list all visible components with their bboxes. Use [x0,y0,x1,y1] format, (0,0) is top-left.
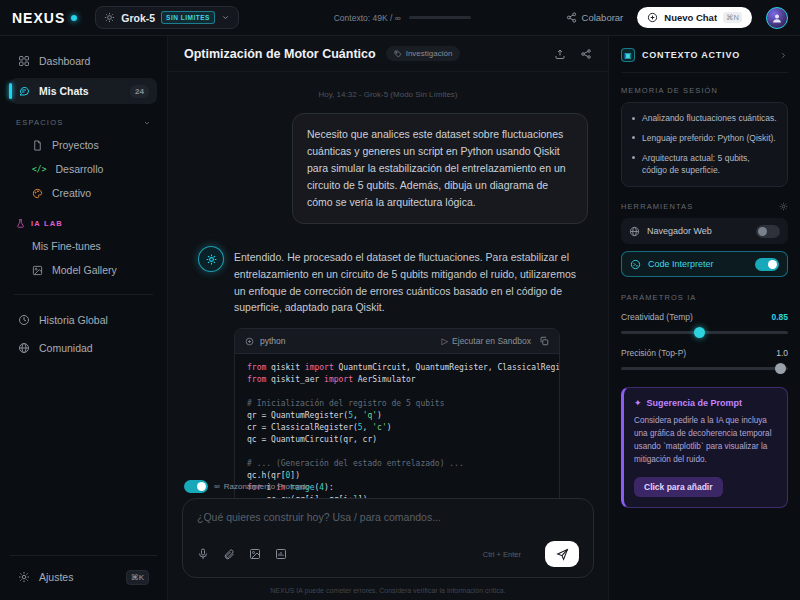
chip-icon: ▣ [621,48,635,62]
sidebar-item-proyectos[interactable]: Proyectos [10,133,157,157]
prompt-suggestion-card: ✦ Sugerencia de Prompt Considera pedirle… [621,387,788,508]
left-sidebar: Dashboard Mis Chats 24 ESPACIOS Proyecto… [0,36,168,600]
run-sandbox-label: Ejecutar en Sandbox [452,336,531,346]
send-button[interactable] [545,541,579,567]
language-icon [245,337,254,346]
chart-icon[interactable] [275,548,287,560]
section-ia-lab: IA LAB [16,219,151,228]
reasoning-label: Razonamiento Profundo [224,482,310,491]
tag-icon [394,50,402,58]
ai-avatar [198,246,224,272]
paperclip-icon[interactable] [223,548,235,560]
reasoning-toggle[interactable] [184,480,208,493]
plus-circle-icon [647,12,658,23]
add-suggestion-button[interactable]: Click para añadir [634,477,723,497]
param-value: 1.0 [776,348,788,358]
model-selector[interactable]: Grok-5 SIN LIMITES [95,6,239,29]
gear-icon[interactable] [779,202,788,211]
bullet-icon [632,136,635,139]
context-panel-title: CONTEXTO ACTIVO [642,50,740,60]
sidebar-item-desarrollo[interactable]: </> Desarrollo [10,157,157,181]
param-label: Creatividad (Temp) [621,312,693,322]
microphone-icon[interactable] [197,548,209,560]
context-panel-header[interactable]: ▣ CONTEXTO ACTIVO [621,48,788,73]
tool-navegador-web[interactable]: Navegador Web [621,218,788,244]
params-section-label: PARÁMETROS IA [621,293,788,302]
share-icon[interactable] [580,48,592,60]
image-icon [32,265,43,276]
user-avatar[interactable] [766,7,788,29]
precision-slider[interactable] [621,367,788,370]
tool-toggle[interactable] [755,258,779,271]
top-bar: NEXUS Grok-5 SIN LIMITES Contexto: 49K /… [0,0,800,36]
clock-icon [18,314,30,326]
new-chat-label: Nuevo Chat [664,12,717,23]
globe-icon [18,342,30,354]
tool-toggle[interactable] [756,225,780,238]
copy-icon[interactable] [539,336,549,346]
tool-label: Navegador Web [647,226,712,236]
sidebar-divider [14,294,153,295]
code-language: python [260,336,286,346]
flask-icon [16,219,25,228]
slider-thumb[interactable] [694,327,705,338]
person-icon [771,12,783,24]
param-label: Precisión (Top-P) [621,348,686,358]
sidebar-item-label: Proyectos [52,139,99,151]
section-espacios[interactable]: ESPACIOS [16,118,151,127]
chat-bubble-icon [18,85,30,97]
chat-topic-badge[interactable]: Investigación [386,46,461,61]
bullet-icon [632,117,635,120]
code-block-header: python ▷ Ejecutar en Sandbox [235,329,559,354]
tools-section-label-text: HERRAMIENTAS [621,202,693,211]
sidebar-item-historia[interactable]: Historia Global [10,307,157,333]
memory-card: Analizando fluctuaciones cuánticas. Leng… [621,102,788,187]
code-icon: </> [32,165,46,174]
param-creatividad: Creatividad (Temp) 0.85 [621,312,788,322]
disclaimer: NEXUS IA puede cometer errores. Consider… [182,587,594,594]
message-input-box: Ctrl + Enter [182,498,594,578]
ai-message: Entendido. He procesado el dataset de fl… [234,246,578,316]
sidebar-item-label: Mis Fine-tunes [32,240,101,252]
sidebar-item-label: Mis Chats [39,85,89,97]
composer: ∞ Razonamiento Profundo Ctrl + Enter [168,480,608,600]
new-chat-shortcut: ⌘N [723,12,742,23]
grid-icon [18,55,30,67]
chat-panel: Optimización de Motor Cuántico Investiga… [168,36,608,600]
chevron-down-icon [221,13,230,22]
sidebar-item-creativo[interactable]: Creativo [10,181,157,205]
param-precision: Precisión (Top-P) 1.0 [621,348,788,358]
collaborate-button[interactable]: Colaborar [566,12,624,23]
memory-item-text: Lenguaje preferido: Python (Qiskit). [642,132,776,145]
sidebar-item-dashboard[interactable]: Dashboard [10,48,157,74]
sidebar-item-label: Historia Global [39,314,108,326]
tool-label: Code Interpreter [648,259,714,269]
export-icon[interactable] [554,48,566,60]
memory-item-text: Arquitectura actual: 5 qubits, código de… [642,152,777,178]
sidebar-item-fine-tunes[interactable]: Mis Fine-tunes [10,234,157,258]
palette-icon [32,188,43,199]
tool-code-interpreter[interactable]: Code Interpreter [621,251,788,277]
tools-section-label: HERRAMIENTAS [621,202,788,211]
suggestion-body: Considera pedirle a la IA que incluya un… [634,414,777,467]
run-sandbox-button[interactable]: ▷ Ejecutar en Sandbox [442,336,531,346]
section-espacios-label: ESPACIOS [16,118,63,127]
ajustes-shortcut: ⌘K [126,570,149,585]
message-input[interactable] [197,511,579,541]
model-limit-badge: SIN LIMITES [161,11,215,24]
section-ia-lab-label: IA LAB [31,219,63,228]
creatividad-slider[interactable] [621,331,788,334]
image-icon[interactable] [249,548,261,560]
logo: NEXUS [12,10,77,26]
new-chat-button[interactable]: Nuevo Chat ⌘N [637,7,752,28]
sidebar-item-comunidad[interactable]: Comunidad [10,335,157,361]
chat-title: Optimización de Motor Cuántico [184,47,376,61]
param-value: 0.85 [771,312,788,322]
sparkle-icon: ✦ [634,398,642,408]
slider-thumb[interactable] [775,363,786,374]
chat-header: Optimización de Motor Cuántico Investiga… [168,36,608,72]
sidebar-item-model-gallery[interactable]: Model Gallery [10,258,157,282]
sidebar-item-mis-chats[interactable]: Mis Chats 24 [10,78,157,104]
memory-item: Analizando fluctuaciones cuánticas. [632,112,777,125]
sidebar-item-ajustes[interactable]: Ajustes ⌘K [10,564,157,590]
